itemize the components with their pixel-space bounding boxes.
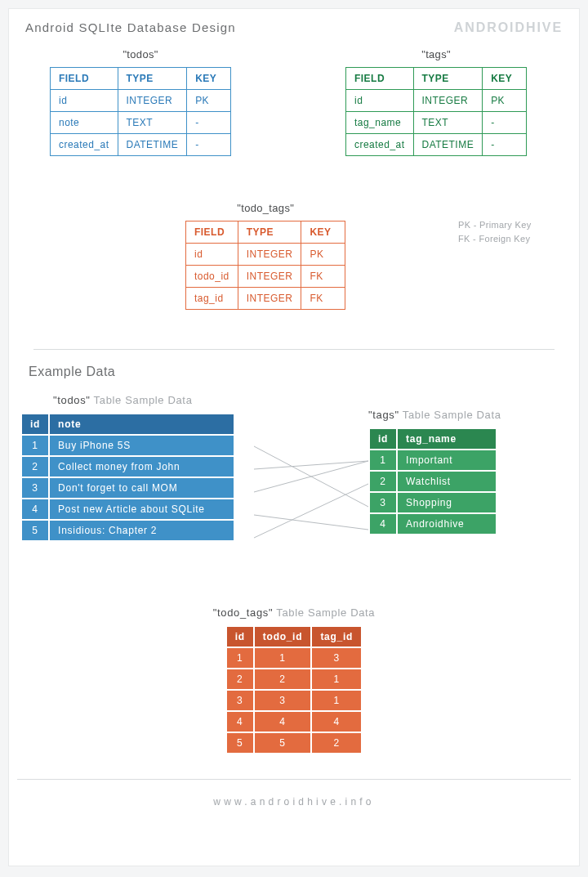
schema-todos: "todos" FIELD TYPE KEY idINTEGERPKnoteTE… (50, 48, 231, 156)
sample-tags-caption: "tags" Table Sample Data (368, 409, 501, 421)
table-row: 3Don't forget to call MOM (22, 478, 234, 498)
sample-todo-tags-table: id todo_id tag_id 113221331444552 (225, 625, 363, 754)
divider (33, 349, 555, 350)
table-row: created_atDATETIME- (346, 134, 527, 156)
sample-todos: "todos" Table Sample Data id note 1Buy i… (20, 394, 235, 542)
table-row: created_atDATETIME- (51, 134, 231, 156)
svg-line-4 (254, 484, 368, 538)
sample-todo-tags-wrap: "todo_tags" Table Sample Data id todo_id… (9, 606, 579, 758)
table-row: 3Shopping (370, 493, 496, 512)
legend-pk: PK - Primary Key (458, 218, 531, 232)
sample-todos-caption: "todos" Table Sample Data (20, 394, 235, 406)
schema-todo-tags-caption: "todo_tags" (185, 202, 345, 214)
schema-todo-tags: "todo_tags" FIELD TYPE KEY idINTEGERPKto… (185, 202, 345, 310)
table-row: 4Androidhive (370, 514, 496, 534)
sample-relational-area: "todos" Table Sample Data id note 1Buy i… (9, 394, 579, 606)
schema-todo-tags-table: FIELD TYPE KEY idINTEGERPKtodo_idINTEGER… (185, 221, 345, 310)
schema-tags: "tags" FIELD TYPE KEY idINTEGERPKtag_nam… (345, 48, 527, 156)
svg-line-0 (254, 446, 368, 507)
header: Android SQLIte Database Design ANDROIDHI… (9, 9, 579, 38)
schema-todos-caption: "todos" (50, 48, 231, 60)
svg-line-2 (254, 461, 368, 492)
table-row: 4Post new Article about SQLite (22, 499, 234, 519)
legend-fk: FK - Foreign Key (458, 232, 531, 246)
table-row: todo_idINTEGERFK (186, 266, 345, 288)
table-row: 552 (227, 733, 361, 753)
schema-tags-table: FIELD TYPE KEY idINTEGERPKtag_nameTEXT-c… (345, 67, 527, 156)
sample-tags-table: id tag_name 1Important2Watchlist3Shoppin… (368, 427, 497, 535)
schema-todos-table: FIELD TYPE KEY idINTEGERPKnoteTEXT-creat… (50, 67, 231, 156)
table-row: 2Collect money from John (22, 457, 234, 477)
table-row: 444 (227, 712, 361, 732)
sample-todos-table: id note 1Buy iPhone 5S2Collect money fro… (20, 413, 235, 542)
table-row: 221 (227, 669, 361, 689)
table-row: idINTEGERPK (51, 90, 231, 112)
table-row: 2Watchlist (370, 472, 496, 491)
brand-logo: ANDROIDHIVE (454, 20, 563, 35)
table-row: tag_nameTEXT- (346, 112, 527, 134)
table-row: idINTEGERPK (186, 244, 345, 266)
page-title: Android SQLIte Database Design (25, 20, 236, 34)
svg-line-3 (254, 515, 368, 530)
schema-tags-caption: "tags" (345, 48, 527, 60)
sample-todo-tags-caption: "todo_tags" Table Sample Data (9, 606, 579, 619)
table-row: 113 (227, 648, 361, 668)
table-row: 1Important (370, 450, 496, 470)
diagram-card: Android SQLIte Database Design ANDROIDHI… (8, 8, 580, 866)
table-row: 1Buy iPhone 5S (22, 436, 234, 455)
key-legend: PK - Primary Key FK - Foreign Key (458, 218, 531, 245)
schema-section: "todos" FIELD TYPE KEY idINTEGERPKnoteTE… (9, 38, 579, 349)
svg-line-1 (254, 461, 368, 469)
sample-tags: "tags" Table Sample Data id tag_name 1Im… (368, 409, 501, 535)
table-row: 5Insidious: Chapter 2 (22, 521, 234, 540)
table-row: noteTEXT- (51, 112, 231, 134)
footer-url: www.androidhive.info (17, 779, 571, 819)
table-row: idINTEGERPK (346, 90, 527, 112)
table-row: 331 (227, 691, 361, 710)
example-heading: Example Data (9, 365, 579, 379)
sample-todo-tags: id todo_id tag_id 113221331444552 (225, 625, 363, 754)
table-row: tag_idINTEGERFK (186, 288, 345, 310)
